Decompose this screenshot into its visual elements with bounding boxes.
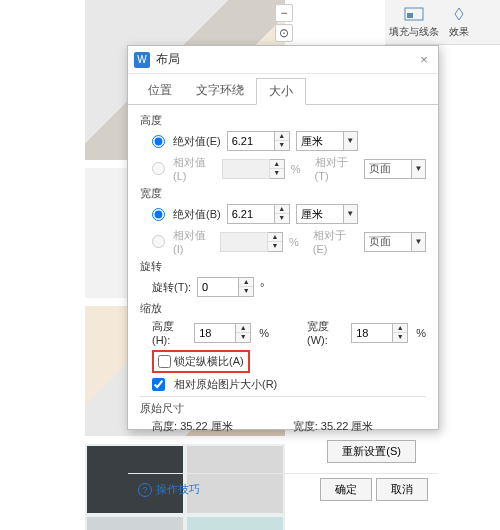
width-relative-radio: [152, 235, 165, 248]
scale-section-label: 缩放: [140, 301, 426, 316]
relative-original-checkbox[interactable]: [152, 378, 165, 391]
rotation-input[interactable]: [197, 277, 239, 297]
scale-width-input[interactable]: [351, 323, 393, 343]
app-logo: W: [134, 52, 150, 68]
height-absolute-radio[interactable]: [152, 135, 165, 148]
width-relative-label: 相对值(I): [173, 228, 214, 255]
tips-link[interactable]: ? 操作技巧 确定 取消: [128, 473, 438, 505]
height-absolute-input[interactable]: [227, 131, 275, 151]
height-unit-combo[interactable]: [296, 131, 344, 151]
tips-label: 操作技巧: [156, 482, 200, 497]
scale-height-input[interactable]: [194, 323, 236, 343]
fill-label: 填充与线条: [389, 25, 439, 39]
lock-aspect-highlight: 锁定纵横比(A): [152, 350, 250, 373]
lock-aspect-label: 锁定纵横比(A): [174, 354, 244, 369]
zoom-reset-button[interactable]: ⊙: [275, 24, 293, 42]
width-unit-combo[interactable]: [296, 204, 344, 224]
dialog-title: 布局: [156, 51, 416, 68]
dialog-tabs: 位置 文字环绕 大小: [128, 78, 438, 105]
rotation-section-label: 旋转: [140, 259, 426, 274]
scale-width-label: 宽度(W):: [307, 319, 343, 346]
effects-group[interactable]: 效果: [447, 5, 471, 39]
height-spinner[interactable]: ▲▼: [275, 131, 290, 151]
lightbulb-icon: ?: [138, 483, 152, 497]
fill-icon: [402, 5, 426, 25]
height-relative-label: 相对值(L): [173, 155, 216, 182]
height-section-label: 高度: [140, 113, 426, 128]
effects-icon: [447, 5, 471, 25]
svg-marker-2: [455, 8, 463, 20]
fill-outline-group[interactable]: 填充与线条: [389, 5, 439, 39]
cancel-button[interactable]: 取消: [376, 478, 428, 501]
chevron-down-icon[interactable]: ▼: [344, 131, 358, 151]
rotation-field-label: 旋转(T):: [152, 280, 191, 295]
effects-label: 效果: [449, 25, 469, 39]
chevron-down-icon[interactable]: ▼: [344, 204, 358, 224]
original-width-value: 35.22 厘米: [321, 420, 374, 432]
width-relative-to-combo: [364, 232, 412, 252]
height-relative-radio: [152, 162, 165, 175]
height-relative-input: [222, 159, 270, 179]
height-absolute-label: 绝对值(E): [173, 134, 221, 149]
width-absolute-label: 绝对值(B): [173, 207, 221, 222]
height-relative-to-combo: [364, 159, 412, 179]
tab-size[interactable]: 大小: [256, 78, 306, 105]
lock-aspect-checkbox[interactable]: [158, 355, 171, 368]
scale-height-label: 高度(H):: [152, 319, 186, 346]
width-spinner[interactable]: ▲▼: [275, 204, 290, 224]
ribbon: 填充与线条 效果: [385, 0, 500, 45]
layout-dialog: W 布局 × 位置 文字环绕 大小 高度 绝对值(E) ▲▼ ▼ 相对值(L) …: [127, 45, 439, 430]
zoom-out-button[interactable]: −: [275, 4, 293, 22]
close-icon[interactable]: ×: [416, 52, 432, 68]
relative-original-label: 相对原始图片大小(R): [174, 377, 277, 392]
original-height-value: 35.22 厘米: [180, 420, 233, 432]
tab-text-wrap[interactable]: 文字环绕: [184, 78, 256, 104]
reset-button[interactable]: 重新设置(S): [327, 440, 416, 463]
ok-button[interactable]: 确定: [320, 478, 372, 501]
width-absolute-input[interactable]: [227, 204, 275, 224]
tab-position[interactable]: 位置: [136, 78, 184, 104]
svg-rect-1: [407, 13, 413, 18]
height-rel-spinner: ▲▼: [270, 159, 285, 179]
rotation-spinner[interactable]: ▲▼: [239, 277, 254, 297]
original-size-label: 原始尺寸: [140, 401, 426, 416]
width-section-label: 宽度: [140, 186, 426, 201]
width-relative-input: [220, 232, 268, 252]
width-absolute-radio[interactable]: [152, 208, 165, 221]
